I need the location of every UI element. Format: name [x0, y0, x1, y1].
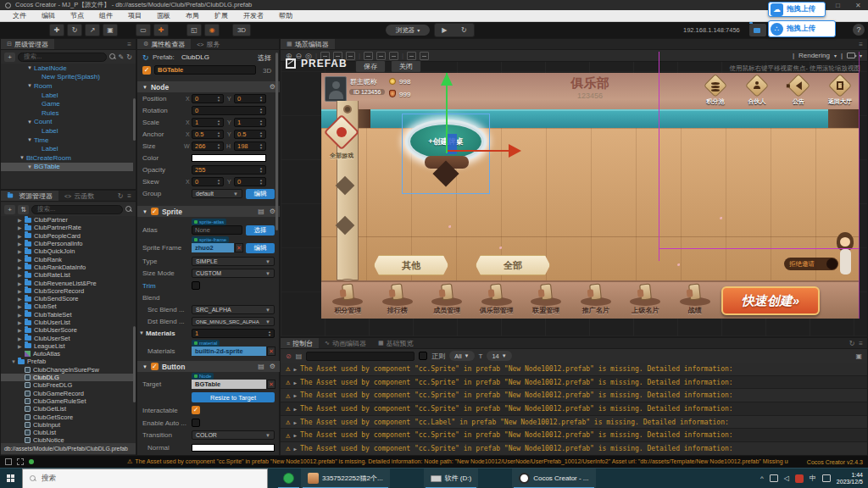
club-action-button-0[interactable]: 积分管理	[323, 282, 373, 318]
scale-x-input[interactable]: 1▲▼	[192, 118, 224, 127]
expand-arrow-icon[interactable]: ▶	[18, 248, 25, 254]
close-button[interactable]: ✕	[855, 2, 861, 9]
interactable-checkbox[interactable]: ✓	[192, 406, 200, 414]
club-top-button-2[interactable]: 公告	[785, 75, 812, 106]
menubar-item-4[interactable]: 项目	[120, 10, 149, 22]
hierarchy-item-btcreateroom[interactable]: ▼BtCreateRoom	[1, 153, 133, 163]
color-swatch[interactable]	[192, 154, 266, 162]
asset-item-clubfreedlg[interactable]: ClubFreeDLG	[1, 381, 133, 389]
tab-inspector[interactable]: ⚙属性检查器	[137, 39, 191, 49]
size-w-input[interactable]: 266▲▼	[192, 141, 224, 151]
club-action-button-4[interactable]: 联盟管理	[521, 282, 571, 318]
club-action-button-2[interactable]: 成员管理	[422, 282, 472, 318]
menubar-item-1[interactable]: 编辑	[34, 10, 63, 22]
hierarchy-scrollbar[interactable]	[133, 98, 136, 141]
gear-icon[interactable]: ⚙	[270, 83, 275, 91]
expand-arrow-icon[interactable]: ▶	[293, 419, 297, 425]
hierarchy-item-count[interactable]: ▼Count	[1, 118, 133, 127]
expand-arrow-icon[interactable]: ▶	[18, 319, 25, 325]
sizemode-dropdown[interactable]: CUSTOM▼	[192, 269, 275, 278]
asset-item-clubpeoplecard[interactable]: ▶ClubPeopleCard	[1, 232, 133, 240]
asset-item-clubgameruleset[interactable]: ClubGameRuleSet	[1, 397, 133, 405]
hierarchy-item-label[interactable]: Label	[1, 144, 133, 153]
clear-console-icon[interactable]: ⊘	[286, 352, 292, 360]
hierarchy-item-label[interactable]: Label	[1, 91, 133, 100]
skew-x-input[interactable]: 0▲▼	[192, 177, 224, 186]
sprite-frame-field[interactable]: zhuo2	[192, 243, 234, 252]
open-project-button[interactable]	[749, 24, 766, 36]
asset-item-clubpersonalinfo[interactable]: ▶ClubPersonalInfo	[1, 240, 133, 247]
node-name-field[interactable]: BGTable	[154, 65, 256, 75]
group-edit-button[interactable]: 编辑	[246, 189, 275, 199]
hierarchy-search-input[interactable]: 搜索...	[18, 53, 107, 62]
asset-item-autoatlas[interactable]: AutoAtlas	[1, 350, 133, 358]
collapse-arrow-icon[interactable]: ▼	[142, 85, 147, 90]
create-node-button[interactable]: +	[4, 53, 15, 62]
assets-scrollbar[interactable]	[133, 326, 136, 402]
hierarchy-item-game[interactable]: Game	[1, 99, 133, 108]
touch-keyboard-icon[interactable]	[822, 474, 831, 482]
rotate-tool-button[interactable]: ↻	[67, 24, 82, 36]
tab-assets[interactable]: 资源管理器	[1, 191, 58, 201]
pivot-mode-button[interactable]: ▭	[136, 24, 151, 36]
asset-item-clubuserset[interactable]: ▶ClubUserSet	[1, 334, 133, 341]
expand-arrow-icon[interactable]: ▶	[18, 241, 25, 247]
expand-arrow-icon[interactable]: ▶	[18, 225, 25, 230]
skew-y-input[interactable]: 0▲▼	[234, 177, 266, 186]
collapse-arrow-icon[interactable]: ▼	[142, 364, 147, 369]
asset-item-prefab[interactable]: ▼Prefab	[1, 358, 133, 365]
expand-arrow-icon[interactable]: ▶	[18, 272, 25, 278]
play-icon[interactable]: ▶	[442, 26, 447, 34]
align-hcenter-icon[interactable]	[376, 52, 386, 60]
asset-item-clubrevenuelist-pre[interactable]: ▶ClubRevenueList&Pre	[1, 279, 133, 286]
asset-item-clublist[interactable]: ClubList	[1, 429, 133, 436]
search-icon[interactable]	[125, 206, 132, 213]
console-warning-row[interactable]: ⚠▶The Asset used by component "cc.Sprite…	[281, 402, 867, 416]
expand-arrow-icon[interactable]: ▼	[27, 65, 34, 70]
menubar-item-8[interactable]: 开发者	[236, 10, 271, 22]
tab-hierarchy[interactable]: ⊟层级管理器	[1, 39, 54, 49]
anchor-x-input[interactable]: 0.5▲▼	[192, 130, 224, 139]
rotation-input[interactable]: 0▲▼	[192, 106, 266, 115]
target-field[interactable]: BGTable	[192, 380, 266, 389]
size-h-input[interactable]: 198▲▼	[234, 141, 266, 151]
component-enabled-checkbox[interactable]: ✓	[151, 208, 159, 215]
expand-arrow-icon[interactable]: ▼	[27, 137, 34, 142]
menubar-item-3[interactable]: 组件	[92, 10, 120, 22]
menubar-item-2[interactable]: 节点	[63, 10, 92, 22]
console-warning-row[interactable]: ⚠▶The Asset used by component "cc.Sprite…	[281, 389, 867, 402]
expand-arrow-icon[interactable]: ▶	[293, 392, 297, 398]
log-level-dropdown[interactable]: All▼	[449, 351, 474, 361]
expand-arrow-icon[interactable]: ▼	[27, 164, 34, 169]
menubar-item-7[interactable]: 扩展	[207, 10, 236, 22]
taskbar-app-messenger[interactable]	[276, 469, 301, 488]
resize-to-target-button[interactable]: Resize to Target	[192, 392, 275, 402]
doc-icon[interactable]: ▤	[258, 363, 264, 370]
hierarchy-item-bgtable[interactable]: ▼BGTable	[1, 163, 133, 172]
distribute-v-icon[interactable]	[420, 52, 429, 60]
tab-all[interactable]: 全部	[476, 255, 550, 275]
expand-arrow-icon[interactable]: ▶	[18, 327, 25, 333]
panel-menu-icon[interactable]: ≡	[127, 192, 131, 200]
group-dropdown[interactable]: default▼	[192, 189, 242, 198]
hierarchy-item-label[interactable]: Label	[1, 126, 133, 136]
club-action-button-5[interactable]: 推广名片	[571, 282, 621, 318]
quick-create-button[interactable]: 快速创建»	[721, 286, 820, 315]
material-field[interactable]: builtin-2d-sprite	[192, 347, 266, 356]
transition-dropdown[interactable]: COLOR▼	[192, 430, 275, 440]
club-top-button-1[interactable]: 合伙人	[743, 75, 771, 106]
asset-item-clubpartnerrate[interactable]: ▶ClubPartnerRate	[1, 224, 133, 231]
ime-lang[interactable]: 中	[810, 474, 816, 483]
menubar-item-5[interactable]: 面板	[149, 10, 178, 22]
club-top-button-0[interactable]: 积分池	[702, 75, 729, 106]
asset-item-clubgamerecord[interactable]: ClubGameRecord	[1, 390, 133, 397]
expand-arrow-icon[interactable]: ▶	[18, 336, 25, 341]
expand-arrow-icon[interactable]: ▶	[18, 312, 25, 318]
status-warning-text[interactable]: ⚠The Asset used by component "cc.Sprite"…	[127, 458, 788, 465]
tab-service[interactable]: <>服务	[191, 39, 225, 49]
enable-auto-checkbox[interactable]	[192, 419, 200, 427]
clock[interactable]: 1:442023/12/5	[837, 472, 863, 485]
menubar-item-6[interactable]: 布局	[178, 10, 207, 22]
gizmo-x-axis[interactable]	[448, 150, 509, 152]
asset-item-clubpartner[interactable]: ▶ClubPartner	[1, 216, 133, 224]
